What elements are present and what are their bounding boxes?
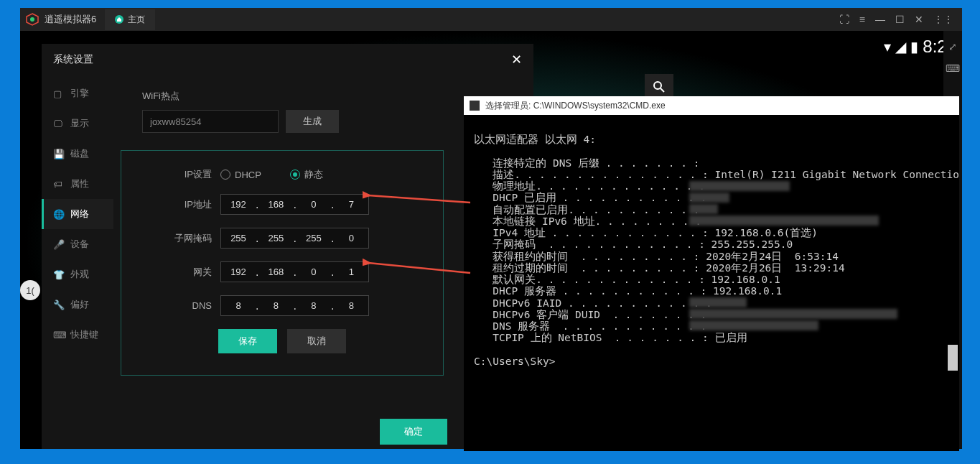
cmd-prompt: C:\Users\Sky> — [474, 356, 556, 367]
redacted-block — [689, 309, 897, 319]
emulator-logo-icon — [26, 13, 39, 26]
expand-icon[interactable]: ⤢ — [948, 41, 957, 52]
redacted-block — [689, 204, 718, 214]
shortcut-icon: ⌨ — [53, 330, 63, 340]
sidebar-item-display[interactable]: 🖵显示 — [42, 108, 113, 139]
cmd-title: 选择管理员: C:\WINDOWS\system32\CMD.exe — [485, 100, 666, 112]
emulator-titlebar: 逍遥模拟器6 主页 ⛶ ≡ — ☐ ✕ ⋮⋮ — [20, 8, 962, 31]
keyboard-icon[interactable]: ⌨ — [946, 62, 960, 74]
settings-header: 系统设置 ✕ — [42, 44, 533, 75]
radio-icon — [220, 170, 230, 180]
sidebar-item-prefs[interactable]: 🔧偏好 — [42, 289, 113, 320]
more-icon[interactable]: ⋮⋮ — [933, 14, 953, 25]
cmd-icon — [470, 101, 480, 111]
cmd-body[interactable]: 以太网适配器 以太网 4: 连接特定的 DNS 后缀 . . . . . . .… — [464, 115, 959, 451]
wifi-name-input[interactable] — [142, 110, 279, 133]
svg-point-2 — [654, 82, 661, 89]
sidebar-item-network[interactable]: 🌐网络 — [42, 199, 113, 229]
radio-static[interactable]: 静态 — [290, 168, 323, 181]
search-icon — [653, 80, 666, 93]
redacted-block — [689, 181, 790, 191]
gateway-label: 网关 — [157, 266, 212, 279]
svg-point-1 — [30, 17, 34, 22]
ip-octet-2[interactable] — [258, 195, 293, 214]
redacted-block — [689, 320, 818, 330]
radio-checked-icon — [290, 170, 300, 180]
disk-icon: 💾 — [53, 149, 63, 159]
sidebar-item-appearance[interactable]: 👕外观 — [42, 259, 113, 289]
redacted-block — [689, 192, 729, 203]
mask-input[interactable]: . . . — [220, 228, 369, 249]
ip-cancel-button[interactable]: 取消 — [287, 329, 346, 353]
window-controls: ⛶ ≡ — ☐ ✕ ⋮⋮ — [839, 14, 962, 25]
close-icon[interactable]: ✕ — [915, 14, 923, 25]
svg-line-3 — [661, 88, 664, 92]
wifi-generate-button[interactable]: 生成 — [286, 110, 339, 133]
sidebar-item-props[interactable]: 🏷属性 — [42, 169, 113, 199]
left-counter-bubble: 1( — [20, 280, 40, 300]
sidebar-item-engine[interactable]: ▢引擎 — [42, 78, 113, 108]
emulator-tab-home[interactable]: 主页 — [105, 9, 155, 30]
cmd-scrollbar[interactable] — [948, 345, 958, 371]
maximize-icon[interactable]: ☐ — [895, 14, 905, 25]
cmd-line: DNS 服务器 . . . . . . . . . . . : — [474, 320, 706, 332]
sidebar-item-disk[interactable]: 💾磁盘 — [42, 139, 113, 169]
ip-address-input[interactable]: . . . — [220, 194, 369, 215]
appearance-icon: 👕 — [53, 269, 63, 280]
props-icon: 🏷 — [53, 179, 63, 190]
cmd-titlebar[interactable]: 选择管理员: C:\WINDOWS\system32\CMD.exe — [464, 96, 959, 115]
dns-label: DNS — [157, 300, 212, 311]
cmd-line: 租约过期的时间 . . . . . . . . . : 2020年2月26日 1… — [474, 262, 845, 274]
display-icon: 🖵 — [53, 119, 63, 129]
prefs-icon: 🔧 — [53, 300, 63, 310]
ip-octet-1[interactable] — [221, 195, 256, 214]
redacted-block — [689, 297, 747, 307]
settings-ok-button[interactable]: 确定 — [380, 419, 447, 445]
cmd-line: 子网掩码 . . . . . . . . . . . . : 255.255.2… — [474, 238, 793, 250]
sidebar-item-device[interactable]: 🎤设备 — [42, 229, 113, 259]
cmd-window: 选择管理员: C:\WINDOWS\system32\CMD.exe 以太网适配… — [464, 96, 959, 451]
wifi-label: WiFi热点 — [142, 90, 505, 103]
cmd-line: 自动配置已启用. . . . . . . . . . : — [474, 204, 700, 215]
gateway-input[interactable]: . . . — [220, 261, 369, 282]
settings-close-button[interactable]: ✕ — [511, 52, 522, 68]
cmd-line: 默认网关. . . . . . . . . . . . . : 192.168.… — [474, 274, 780, 285]
cmd-line: DHCPv6 客户端 DUID . . . . . . . : — [474, 309, 706, 320]
settings-sidebar: ▢引擎 🖵显示 💾磁盘 🏷属性 🌐网络 🎤设备 👕外观 🔧偏好 ⌨快捷键 — [42, 75, 113, 412]
battery-icon: ▮ — [910, 38, 918, 55]
cmd-line: DHCP 服务器 . . . . . . . . . . . : 192.168… — [474, 285, 782, 297]
cmd-line: DHCP 已启用 . . . . . . . . . . . : — [474, 192, 706, 203]
ip-octet-4[interactable] — [334, 195, 368, 214]
network-icon: 🌐 — [53, 209, 63, 220]
cmd-line: 本地链接 IPv6 地址. . . . . . . . : — [474, 215, 701, 227]
cmd-line: 描述. . . . . . . . . . . . . . . : Intel(… — [474, 169, 959, 180]
settings-title: 系统设置 — [53, 53, 93, 66]
dns-input[interactable]: . . . — [220, 295, 369, 316]
menu-icon[interactable]: ≡ — [859, 14, 865, 25]
fullscreen-icon[interactable]: ⛶ — [839, 14, 849, 25]
tab-label: 主页 — [128, 14, 145, 26]
cmd-line: 连接特定的 DNS 后缀 . . . . . . . : — [474, 157, 700, 169]
cmd-adapter-header: 以太网适配器 以太网 4: — [474, 134, 596, 145]
cmd-line: TCPIP 上的 NetBIOS . . . . . . . : 已启用 — [474, 332, 747, 343]
cmd-line: 物理地址. . . . . . . . . . . . . : — [474, 180, 705, 192]
cmd-line: DHCPv6 IAID . . . . . . . . . . . : — [474, 297, 712, 309]
ip-octet-3[interactable] — [297, 195, 331, 214]
settings-dialog: 系统设置 ✕ ▢引擎 🖵显示 💾磁盘 🏷属性 🌐网络 🎤设备 👕外观 🔧偏好 ⌨… — [42, 44, 533, 449]
mask-label: 子网掩码 — [157, 232, 212, 245]
minimize-icon[interactable]: — — [875, 14, 885, 25]
cmd-line: IPv4 地址 . . . . . . . . . . . . : 192.16… — [474, 227, 818, 238]
ip-save-button[interactable]: 保存 — [218, 329, 277, 353]
radio-dhcp[interactable]: DHCP — [220, 168, 261, 181]
settings-footer: 确定 取消 — [42, 412, 533, 449]
emulator-title: 逍遥模拟器6 — [45, 13, 96, 26]
signal-icon: ◢ — [895, 38, 906, 55]
wifi-icon: ▾ — [884, 38, 891, 55]
cmd-line: 获得租约的时间 . . . . . . . . . : 2020年2月24日 6… — [474, 251, 839, 262]
ip-config-panel: IP设置 DHCP 静态 IP地址 . . . — [121, 150, 444, 376]
redacted-block — [689, 215, 879, 226]
engine-icon: ▢ — [53, 88, 63, 99]
home-icon — [115, 15, 123, 24]
device-icon: 🎤 — [53, 239, 63, 250]
sidebar-item-shortcut[interactable]: ⌨快捷键 — [42, 320, 113, 350]
